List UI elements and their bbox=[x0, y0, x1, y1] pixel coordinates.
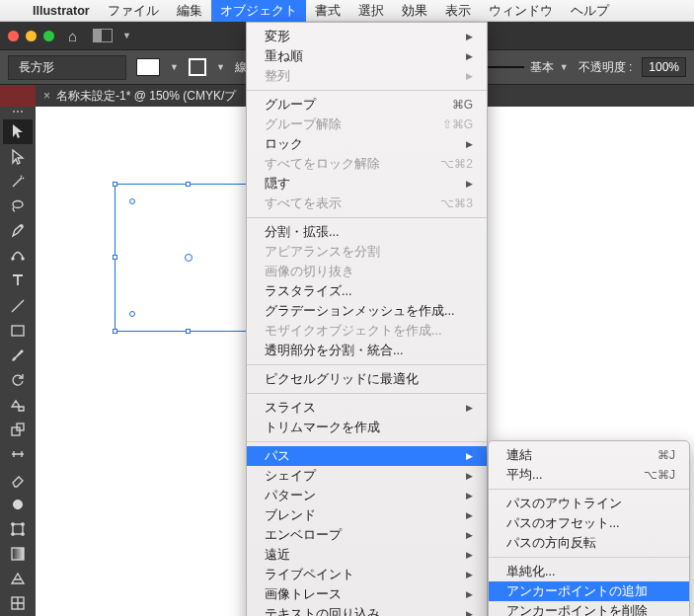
menu-item[interactable]: ライブペイント bbox=[247, 565, 487, 584]
opacity-value[interactable]: 100% bbox=[642, 57, 686, 77]
menu-item[interactable]: アンカーポイントの追加 bbox=[489, 581, 689, 601]
tool-brush[interactable] bbox=[3, 343, 33, 367]
handle-bottom-left[interactable] bbox=[113, 329, 117, 334]
selected-rectangle[interactable] bbox=[115, 184, 263, 332]
menu-item[interactable]: パスのオフセット... bbox=[489, 513, 689, 533]
menu-shortcut: ⇧⌘G bbox=[442, 117, 473, 131]
tool-panel-grip[interactable] bbox=[5, 111, 31, 116]
tool-direct-select[interactable] bbox=[3, 144, 33, 169]
tool-perspective[interactable] bbox=[3, 567, 33, 591]
corner-widget-bottom[interactable] bbox=[129, 311, 135, 317]
tool-curvature[interactable] bbox=[3, 244, 33, 269]
menu-item[interactable]: スライス bbox=[247, 398, 487, 418]
svg-point-2 bbox=[12, 258, 14, 260]
menu-shortcut: ⌥⌘3 bbox=[440, 196, 473, 210]
tool-magic-wand[interactable] bbox=[3, 169, 33, 193]
tool-pen[interactable] bbox=[3, 218, 33, 243]
menu-item-label: 画像トレース bbox=[265, 586, 342, 603]
menu-item-label: パスのアウトライン bbox=[506, 496, 622, 512]
menu-item[interactable]: エンベロープ bbox=[247, 525, 487, 545]
handle-bottom-mid[interactable] bbox=[186, 329, 191, 334]
menu-item[interactable]: 重ね順 bbox=[247, 46, 487, 66]
zoom-window-button[interactable] bbox=[43, 31, 54, 41]
menu-item[interactable]: グラデーションメッシュを作成... bbox=[247, 301, 487, 321]
menu-item[interactable]: ブレンド bbox=[247, 505, 487, 525]
menu-shortcut: ⌘J bbox=[657, 448, 675, 462]
center-point-icon[interactable] bbox=[185, 254, 193, 262]
menu-object[interactable]: オブジェクト bbox=[211, 0, 306, 22]
menu-item[interactable]: 単純化... bbox=[489, 562, 689, 581]
menu-item[interactable]: シェイプ bbox=[247, 466, 487, 486]
tool-eraser[interactable] bbox=[3, 467, 33, 492]
menu-edit[interactable]: 編集 bbox=[168, 0, 211, 22]
app-name[interactable]: Illustrator bbox=[24, 0, 99, 22]
tool-selection[interactable] bbox=[3, 119, 33, 144]
handle-top-mid[interactable] bbox=[186, 182, 191, 187]
tool-panel-header bbox=[0, 85, 36, 107]
brush-caret-icon[interactable]: ▼ bbox=[560, 62, 569, 72]
tool-line[interactable] bbox=[3, 293, 33, 318]
tool-type[interactable] bbox=[3, 269, 33, 293]
menu-item[interactable]: アンカーポイントを削除 bbox=[489, 601, 689, 616]
menu-item[interactable]: パス bbox=[247, 446, 487, 466]
tool-mesh[interactable] bbox=[3, 591, 33, 616]
fill-caret-icon[interactable]: ▼ bbox=[170, 62, 179, 72]
menu-item[interactable]: 平均...⌥⌘J bbox=[489, 465, 689, 485]
tool-shaper[interactable] bbox=[3, 393, 33, 418]
menu-item[interactable]: 遠近 bbox=[247, 545, 487, 565]
menu-item[interactable]: 分割・拡張... bbox=[247, 222, 487, 242]
close-window-button[interactable] bbox=[8, 31, 19, 41]
stroke-caret-icon[interactable]: ▼ bbox=[216, 62, 225, 72]
home-icon[interactable]: ⌂ bbox=[68, 28, 77, 44]
menu-item-label: パス bbox=[265, 448, 290, 465]
menu-view[interactable]: 表示 bbox=[436, 0, 480, 22]
menu-item-label: 遠近 bbox=[265, 547, 290, 564]
menu-item[interactable]: パスのアウトライン bbox=[489, 494, 689, 513]
brush-basic-label[interactable]: 基本 bbox=[530, 59, 554, 76]
menu-item[interactable]: 画像トレース bbox=[247, 584, 487, 604]
menu-item[interactable]: テキストの回り込み bbox=[247, 604, 487, 616]
menu-window[interactable]: ウィンドウ bbox=[480, 0, 562, 22]
fill-swatch[interactable] bbox=[136, 58, 160, 76]
handle-mid-left[interactable] bbox=[113, 255, 117, 260]
tool-gradient[interactable] bbox=[3, 542, 33, 567]
corner-widget-top[interactable] bbox=[129, 198, 135, 204]
menu-item[interactable]: グループ⌘G bbox=[247, 95, 487, 115]
menu-item[interactable]: 透明部分を分割・統合... bbox=[247, 341, 487, 360]
tool-free-transform[interactable] bbox=[3, 516, 33, 541]
menu-item[interactable]: 変形 bbox=[247, 27, 487, 46]
tool-rotate[interactable] bbox=[3, 367, 33, 392]
workspace-layout-caret-icon[interactable]: ▼ bbox=[122, 31, 131, 40]
tool-blob-brush[interactable] bbox=[3, 492, 33, 516]
apple-menu[interactable] bbox=[6, 0, 24, 22]
tool-panel bbox=[0, 107, 36, 616]
menu-type[interactable]: 書式 bbox=[306, 0, 349, 22]
menu-effect[interactable]: 効果 bbox=[393, 0, 436, 22]
stroke-swatch[interactable] bbox=[189, 58, 206, 76]
menu-item[interactable]: 連結⌘J bbox=[489, 445, 689, 465]
menu-item[interactable]: ピクセルグリッドに最適化 bbox=[247, 369, 487, 389]
close-tab-icon[interactable]: × bbox=[43, 89, 50, 103]
opacity-label[interactable]: 不透明度 : bbox=[578, 59, 633, 76]
menu-item[interactable]: パターン bbox=[247, 486, 487, 505]
menu-shortcut: ⌥⌘2 bbox=[440, 157, 473, 171]
minimize-window-button[interactable] bbox=[26, 31, 37, 41]
tool-lasso[interactable] bbox=[3, 193, 33, 218]
tool-rect[interactable] bbox=[3, 318, 33, 343]
tool-width[interactable] bbox=[3, 442, 33, 467]
menu-select[interactable]: 選択 bbox=[349, 0, 393, 22]
menu-item[interactable]: ラスタライズ... bbox=[247, 281, 487, 301]
menu-item[interactable]: 隠す bbox=[247, 174, 487, 193]
menu-help[interactable]: ヘルプ bbox=[562, 0, 618, 22]
menu-file[interactable]: ファイル bbox=[99, 0, 168, 22]
selection-kind-label: 長方形 bbox=[8, 55, 126, 80]
menu-item-label: アンカーポイントの追加 bbox=[506, 583, 648, 600]
tool-scale[interactable] bbox=[3, 418, 33, 442]
handle-top-left[interactable] bbox=[113, 182, 117, 187]
menu-item[interactable]: パスの方向反転 bbox=[489, 533, 689, 553]
menu-separator bbox=[247, 441, 487, 442]
document-tab[interactable]: × 名称未設定-1* @ 150% (CMYK/プ bbox=[36, 88, 244, 105]
menu-item[interactable]: ロック bbox=[247, 134, 487, 154]
menu-item[interactable]: トリムマークを作成 bbox=[247, 418, 487, 437]
workspace-layout-icon[interactable] bbox=[93, 29, 113, 42]
